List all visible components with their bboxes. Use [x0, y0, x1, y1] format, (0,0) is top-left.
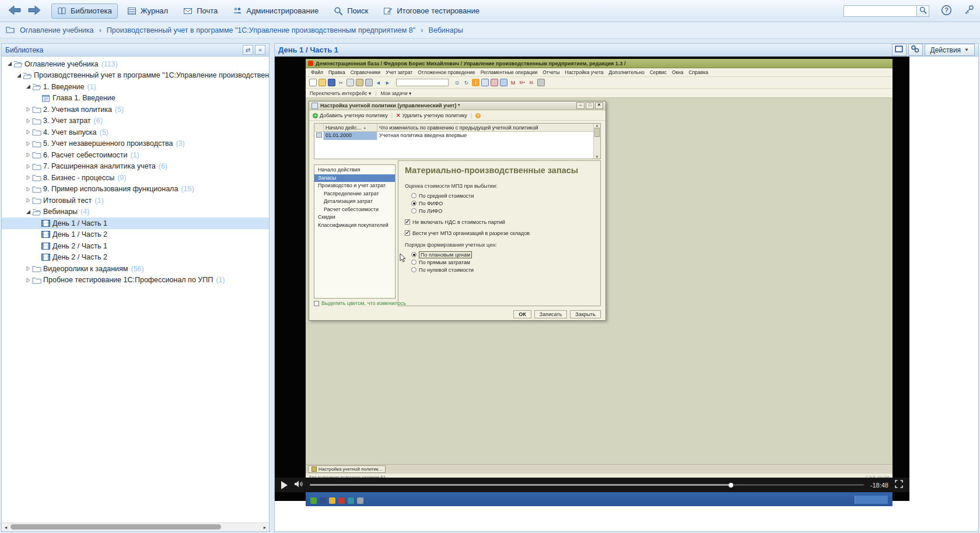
- tree-item-video[interactable]: День 2 / Часть 2: [2, 252, 269, 264]
- twisty-collapsed-icon[interactable]: [24, 118, 32, 124]
- tree-item[interactable]: 2. Учетная политика(5): [2, 104, 269, 115]
- tree-item-label: Итоговый тест: [43, 197, 92, 205]
- back-button[interactable]: [6, 4, 23, 18]
- seek-bar[interactable]: [310, 484, 864, 486]
- breadcrumb-item[interactable]: Производственный учет в программе "1С:Уп…: [107, 26, 415, 34]
- tab-admin[interactable]: Администрирование: [227, 3, 324, 19]
- tree-item-video[interactable]: День 1 / Часть 1: [2, 218, 269, 229]
- twisty-collapsed-icon[interactable]: [24, 175, 32, 180]
- radio-icon: [411, 201, 416, 206]
- tree-item-count: (6): [159, 162, 167, 170]
- radio-icon: [411, 267, 416, 272]
- video-icon: [41, 243, 52, 250]
- tree-item[interactable]: 4. Учет выпуска(5): [2, 127, 269, 138]
- fullscreen-button[interactable]: [895, 480, 903, 490]
- tree-item[interactable]: Вебинары(4): [2, 206, 269, 218]
- tree-item[interactable]: 9. Пример использования функционала(15): [2, 184, 269, 195]
- help-button[interactable]: ?: [941, 5, 952, 17]
- toolbar-separator: |: [391, 113, 393, 118]
- panel-heading: Материально-производственные запасы: [405, 166, 594, 175]
- twisty-collapsed-icon[interactable]: [24, 152, 32, 157]
- menu-item: Настройка учета: [565, 69, 604, 75]
- tree-item[interactable]: Видеоролики к заданиям(56): [2, 263, 269, 275]
- tab-journal[interactable]: Журнал: [121, 3, 174, 19]
- minimize-icon: –: [576, 102, 584, 109]
- collapse-sidebar-button[interactable]: «: [255, 45, 265, 55]
- twisty-collapsed-icon[interactable]: [24, 107, 32, 112]
- twisty-collapsed-icon[interactable]: [24, 164, 32, 169]
- window-icon: [895, 45, 903, 54]
- redo-icon: ►: [384, 79, 391, 86]
- tree-item[interactable]: 6. Расчет себестоимости(1): [2, 149, 269, 161]
- tree-item[interactable]: Оглавление учебника(113): [2, 58, 269, 70]
- tab-mail[interactable]: Почта: [177, 3, 223, 19]
- breadcrumb: Оглавление учебника›Производственный уче…: [0, 22, 980, 38]
- recorded-window-bar: Настройка учетной политик...: [306, 464, 892, 473]
- tree-item[interactable]: Итоговый тест(1): [2, 195, 269, 206]
- tree-item[interactable]: 3. Учет затрат(6): [2, 115, 269, 127]
- twisty-collapsed-icon[interactable]: [24, 187, 32, 192]
- tree-item[interactable]: Производственный учет в программе "1С:Уп…: [2, 70, 269, 82]
- breadcrumb-item[interactable]: Оглавление учебника: [20, 26, 93, 34]
- copy-link-button[interactable]: [908, 44, 923, 56]
- twisty-collapsed-icon[interactable]: [24, 141, 32, 146]
- tree-item[interactable]: Пробное тестирование 1С:Профессионал по …: [2, 275, 269, 286]
- volume-icon: [294, 480, 303, 490]
- scrollbar-thumb[interactable]: [10, 524, 221, 530]
- tree-item-video[interactable]: День 1 / Часть 2: [2, 229, 269, 241]
- dialog-nav-item: Скидки: [314, 213, 395, 222]
- twisty-collapsed-icon[interactable]: [24, 278, 32, 283]
- breadcrumb-separator-icon: ›: [421, 26, 423, 34]
- twisty-expanded-icon[interactable]: [24, 209, 32, 215]
- tree-item[interactable]: 7. Расширенная аналитика учета(6): [2, 161, 269, 173]
- volume-button[interactable]: [294, 480, 303, 490]
- folder-icon: [32, 163, 43, 170]
- scroll-right-icon[interactable]: ►: [261, 525, 269, 530]
- login-key-button[interactable]: [964, 5, 974, 17]
- dialog-buttons: ОКЗаписатьЗакрыть: [513, 310, 601, 318]
- tab-final-test[interactable]: Итоговое тестирование: [377, 3, 485, 19]
- toolbar-button-label: Удалить учетную политику: [402, 113, 467, 118]
- tree-item[interactable]: Глава 1. Введение: [2, 93, 269, 104]
- scroll-down-icon: ▼: [596, 155, 599, 159]
- search-icon: [334, 6, 343, 16]
- sidebar-hscrollbar[interactable]: ◄ ►: [2, 523, 269, 531]
- search-go-button[interactable]: [916, 5, 929, 17]
- tab-library[interactable]: Библиотека: [51, 3, 118, 19]
- table-icon: [481, 79, 489, 86]
- video-icon: [41, 220, 52, 227]
- library-panel: Библиотека ⇄ « Оглавление учебника(113)П…: [1, 43, 270, 532]
- forward-button[interactable]: [26, 4, 43, 18]
- actions-button[interactable]: Действия ▼: [925, 44, 975, 56]
- radio-icon: [411, 260, 416, 265]
- global-search-input[interactable]: [844, 5, 916, 17]
- seek-thumb[interactable]: [729, 483, 733, 488]
- twisty-collapsed-icon[interactable]: [24, 266, 32, 271]
- twisty-collapsed-icon[interactable]: [24, 198, 32, 203]
- app2-icon: [329, 497, 335, 504]
- twisty-expanded-icon[interactable]: [15, 73, 23, 78]
- play-button[interactable]: [281, 481, 288, 489]
- tree-item[interactable]: 1. Введение(1): [2, 81, 269, 93]
- twisty-collapsed-icon[interactable]: [24, 129, 32, 135]
- window-tab: Настройка учетной политик...: [308, 465, 386, 473]
- tree-item-label: Глава 1. Введение: [52, 94, 116, 102]
- tree-item[interactable]: 8. Бизнес - процессы(9): [2, 172, 269, 184]
- tree-item-video[interactable]: День 2 / Часть 1: [2, 240, 269, 252]
- menu-item: Отложенное проведение: [418, 69, 475, 75]
- dialog-nav-item: Распределение затрат: [314, 190, 395, 198]
- panel-splitter[interactable]: [270, 43, 274, 532]
- folder-open-icon: [32, 208, 43, 216]
- tree-item[interactable]: 5. Учет незавершенного производства(3): [2, 138, 269, 150]
- tab-label: Журнал: [141, 6, 168, 15]
- folder-icon: [32, 265, 43, 272]
- twisty-expanded-icon[interactable]: [5, 61, 13, 66]
- video-player[interactable]: Демонстрационная база / Федоров Борис Ми…: [275, 57, 909, 501]
- twisty-expanded-icon[interactable]: [24, 84, 32, 89]
- breadcrumb-item[interactable]: Вебинары: [429, 26, 463, 34]
- open-in-window-button[interactable]: [892, 44, 907, 56]
- popout-icon[interactable]: ⇄: [243, 45, 253, 55]
- tab-search[interactable]: Поиск: [328, 3, 374, 19]
- scroll-left-icon[interactable]: ◄: [2, 525, 10, 530]
- radio-option: По средней стоимости: [411, 192, 594, 199]
